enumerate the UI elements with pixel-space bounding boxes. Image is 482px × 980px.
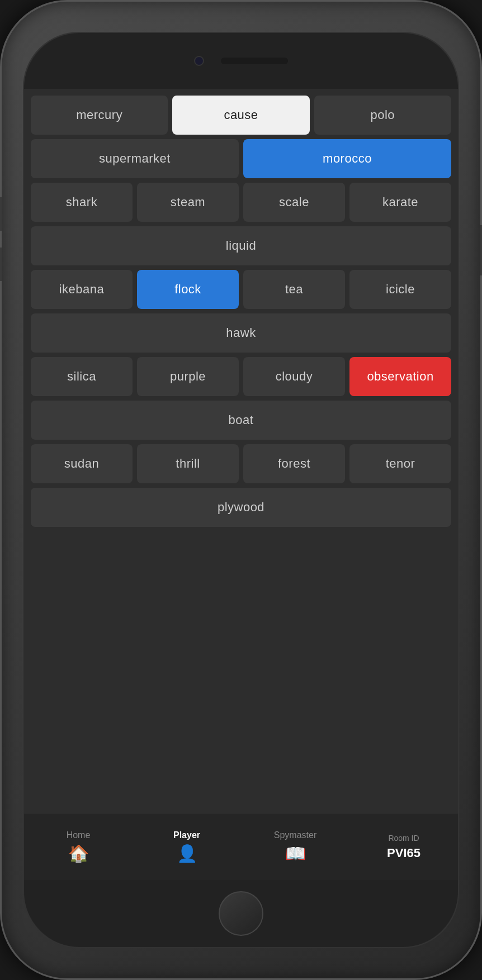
- room-id-label: Room ID: [388, 834, 419, 843]
- speaker-grille: [221, 58, 288, 64]
- grid-row-8: boat: [31, 401, 451, 440]
- nav-spymaster[interactable]: Spymaster 📖: [241, 830, 349, 863]
- camera-icon: [194, 56, 204, 66]
- word-tile-purple[interactable]: purple: [137, 357, 239, 396]
- word-tile-silica[interactable]: silica: [31, 357, 133, 396]
- grid-row-1: mercury cause polo: [31, 96, 451, 135]
- word-tile-liquid[interactable]: liquid: [31, 226, 451, 265]
- word-tile-morocco[interactable]: morocco: [243, 139, 451, 178]
- grid-row-2: supermarket morocco: [31, 139, 451, 178]
- grid-row-6: hawk: [31, 313, 451, 353]
- word-tile-plywood[interactable]: plywood: [31, 488, 451, 527]
- word-tile-cloudy[interactable]: cloudy: [243, 357, 345, 396]
- word-tile-tea[interactable]: tea: [243, 270, 345, 309]
- grid-row-4: liquid: [31, 226, 451, 265]
- word-tile-thrill[interactable]: thrill: [137, 444, 239, 483]
- bottom-navigation: Home 🏠 Player 👤 Spymaster 📖 Room ID PVI6…: [24, 813, 458, 880]
- nav-home[interactable]: Home 🏠: [24, 830, 133, 863]
- nav-home-label: Home: [67, 830, 91, 840]
- grid-row-10: plywood: [31, 488, 451, 527]
- app-screen: mercury cause polo supermarket moroc: [24, 89, 458, 880]
- grid-row-5: ikebana flock tea icicle: [31, 270, 451, 309]
- phone-screen: mercury cause polo supermarket moroc: [23, 32, 459, 948]
- volume-button-down[interactable]: [0, 248, 2, 281]
- home-button[interactable]: [219, 891, 263, 936]
- word-tile-steam[interactable]: steam: [137, 183, 239, 222]
- word-tile-cause[interactable]: cause: [172, 96, 309, 135]
- word-tile-scale[interactable]: scale: [243, 183, 345, 222]
- nav-player-label: Player: [173, 830, 200, 840]
- word-tile-flock[interactable]: flock: [137, 270, 239, 309]
- grid-row-9: sudan thrill forest tenor: [31, 444, 451, 483]
- nav-player[interactable]: Player 👤: [133, 830, 241, 863]
- word-tile-boat[interactable]: boat: [31, 401, 451, 440]
- word-tile-icicle[interactable]: icicle: [349, 270, 451, 309]
- nav-room-id: Room ID PVI65: [349, 834, 458, 860]
- word-tile-observation[interactable]: observation: [349, 357, 451, 396]
- word-tile-supermarket[interactable]: supermarket: [31, 139, 239, 178]
- spymaster-icon: 📖: [285, 844, 306, 863]
- word-tile-ikebana[interactable]: ikebana: [31, 270, 133, 309]
- phone-top-bar: [24, 33, 458, 89]
- nav-spymaster-label: Spymaster: [274, 830, 316, 840]
- word-tile-sudan[interactable]: sudan: [31, 444, 133, 483]
- phone-frame: mercury cause polo supermarket moroc: [0, 0, 482, 980]
- grid-row-3: shark steam scale karate: [31, 183, 451, 222]
- word-grid: mercury cause polo supermarket moroc: [24, 89, 458, 813]
- phone-bottom-bar: [24, 880, 458, 947]
- word-tile-karate[interactable]: karate: [349, 183, 451, 222]
- home-icon: 🏠: [68, 844, 89, 863]
- word-tile-tenor[interactable]: tenor: [349, 444, 451, 483]
- room-id-value: PVI65: [387, 846, 420, 860]
- grid-row-7: silica purple cloudy observation: [31, 357, 451, 396]
- player-icon: 👤: [177, 844, 197, 863]
- word-tile-shark[interactable]: shark: [31, 183, 133, 222]
- volume-button-up[interactable]: [0, 197, 2, 231]
- word-tile-forest[interactable]: forest: [243, 444, 345, 483]
- word-tile-hawk[interactable]: hawk: [31, 313, 451, 353]
- word-tile-mercury[interactable]: mercury: [31, 96, 168, 135]
- word-tile-polo[interactable]: polo: [314, 96, 451, 135]
